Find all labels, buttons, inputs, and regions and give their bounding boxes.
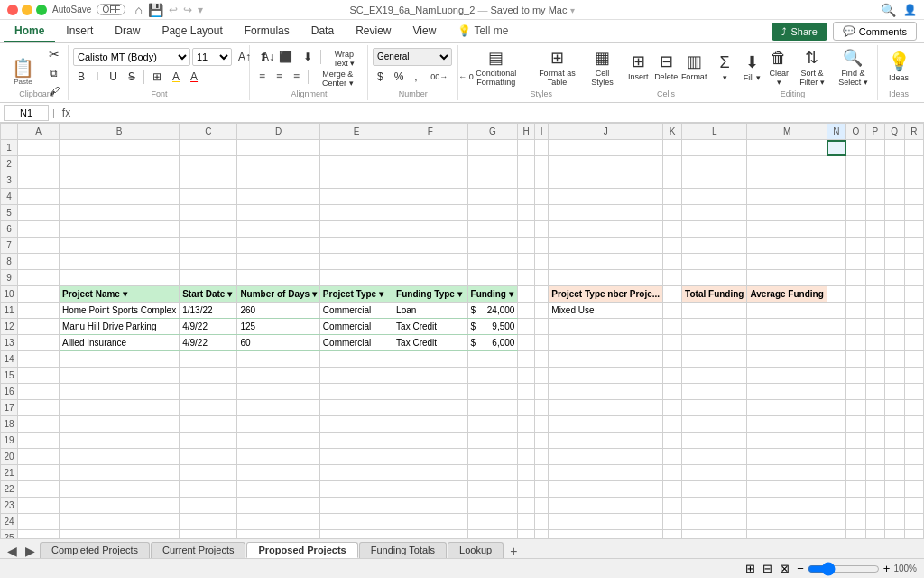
cell[interactable] xyxy=(865,481,884,498)
cell[interactable] xyxy=(827,156,845,172)
tab-data[interactable]: Data xyxy=(300,21,345,42)
cell[interactable] xyxy=(682,351,747,368)
cell[interactable] xyxy=(747,172,827,189)
cell[interactable] xyxy=(884,172,904,189)
cell[interactable]: 60 xyxy=(237,335,319,351)
cell[interactable] xyxy=(467,238,518,254)
cell[interactable] xyxy=(663,238,682,254)
cell[interactable] xyxy=(827,238,845,254)
cell[interactable] xyxy=(393,498,467,514)
cell[interactable] xyxy=(865,221,884,238)
tab-draw[interactable]: Draw xyxy=(104,21,151,42)
font-size-select[interactable]: 11 xyxy=(192,48,232,66)
cell[interactable] xyxy=(180,384,237,400)
cell[interactable] xyxy=(18,221,60,238)
cell[interactable] xyxy=(663,400,682,416)
cell[interactable] xyxy=(518,498,535,514)
cell[interactable] xyxy=(682,270,747,286)
tab-view[interactable]: View xyxy=(402,21,448,42)
cell[interactable] xyxy=(682,449,747,465)
cell[interactable] xyxy=(467,530,518,539)
cell[interactable] xyxy=(467,481,518,498)
cell[interactable] xyxy=(180,205,237,221)
cell[interactable]: Home Point Sports Complex xyxy=(60,303,180,319)
cell[interactable] xyxy=(747,530,827,539)
font-color-button[interactable]: A xyxy=(186,68,202,86)
cell[interactable] xyxy=(904,351,923,368)
cell[interactable] xyxy=(180,481,237,498)
cell[interactable] xyxy=(18,384,60,400)
sheet-tab-current[interactable]: Current Projects xyxy=(151,542,245,558)
cell[interactable] xyxy=(827,368,845,384)
cell[interactable] xyxy=(827,481,845,498)
cell[interactable] xyxy=(549,335,663,351)
cell[interactable] xyxy=(549,465,663,481)
cell[interactable] xyxy=(865,433,884,449)
cell[interactable] xyxy=(682,205,747,221)
table-header-cell[interactable] xyxy=(884,286,904,303)
cell[interactable]: $24,000 xyxy=(467,303,518,319)
cell[interactable] xyxy=(534,238,548,254)
cell[interactable]: Tax Credit xyxy=(393,335,467,351)
cell[interactable] xyxy=(180,351,237,368)
cell[interactable] xyxy=(663,416,682,433)
cell[interactable] xyxy=(884,498,904,514)
cell[interactable] xyxy=(865,416,884,433)
align-bottom-btn[interactable]: ⬇ xyxy=(299,48,317,66)
cell[interactable] xyxy=(393,221,467,238)
col-K[interactable]: K xyxy=(663,124,682,140)
table-header-cell[interactable]: Funding ▾ xyxy=(467,286,518,303)
cell[interactable] xyxy=(319,172,393,189)
cell[interactable] xyxy=(518,384,535,400)
cell[interactable] xyxy=(518,319,535,335)
cell[interactable] xyxy=(663,303,682,319)
cell[interactable] xyxy=(534,400,548,416)
cell[interactable] xyxy=(518,514,535,530)
align-left-btn[interactable]: ≡ xyxy=(254,68,270,86)
find-select-btn[interactable]: 🔍 Find & Select ▾ xyxy=(833,45,873,89)
cell[interactable] xyxy=(865,189,884,205)
cell[interactable] xyxy=(827,221,845,238)
cell[interactable] xyxy=(237,465,319,481)
cell[interactable] xyxy=(534,205,548,221)
cell[interactable] xyxy=(549,205,663,221)
cell[interactable] xyxy=(60,205,180,221)
undo-icon[interactable]: ↩ xyxy=(169,4,178,16)
cell-M1[interactable] xyxy=(747,140,827,156)
close-btn[interactable] xyxy=(7,5,18,15)
cell[interactable]: 260 xyxy=(237,303,319,319)
cell[interactable] xyxy=(18,189,60,205)
cell[interactable] xyxy=(682,189,747,205)
cell[interactable] xyxy=(393,368,467,384)
cell-N1[interactable] xyxy=(827,140,845,156)
cell[interactable] xyxy=(60,172,180,189)
cell[interactable] xyxy=(747,205,827,221)
cell[interactable] xyxy=(18,368,60,384)
cell[interactable] xyxy=(865,172,884,189)
cell[interactable] xyxy=(549,481,663,498)
cell[interactable] xyxy=(393,172,467,189)
cell[interactable] xyxy=(682,530,747,539)
cell[interactable] xyxy=(18,270,60,286)
cell[interactable] xyxy=(827,384,845,400)
cell[interactable] xyxy=(467,205,518,221)
cell-K1[interactable] xyxy=(663,140,682,156)
cell[interactable] xyxy=(827,449,845,465)
cell[interactable] xyxy=(319,238,393,254)
cell[interactable] xyxy=(518,156,535,172)
cell[interactable] xyxy=(467,514,518,530)
align-center-btn[interactable]: ≡ xyxy=(272,68,287,86)
cell[interactable] xyxy=(180,416,237,433)
cell[interactable] xyxy=(846,303,866,319)
cell[interactable] xyxy=(846,449,866,465)
cell[interactable] xyxy=(534,303,548,319)
cell[interactable] xyxy=(904,221,923,238)
cell[interactable] xyxy=(393,433,467,449)
cell[interactable] xyxy=(663,319,682,335)
cell[interactable] xyxy=(518,172,535,189)
cell[interactable] xyxy=(682,303,747,319)
cell[interactable] xyxy=(663,449,682,465)
cell[interactable] xyxy=(534,319,548,335)
table-header-cell[interactable]: Funding Type ▾ xyxy=(393,286,467,303)
cell[interactable] xyxy=(319,433,393,449)
